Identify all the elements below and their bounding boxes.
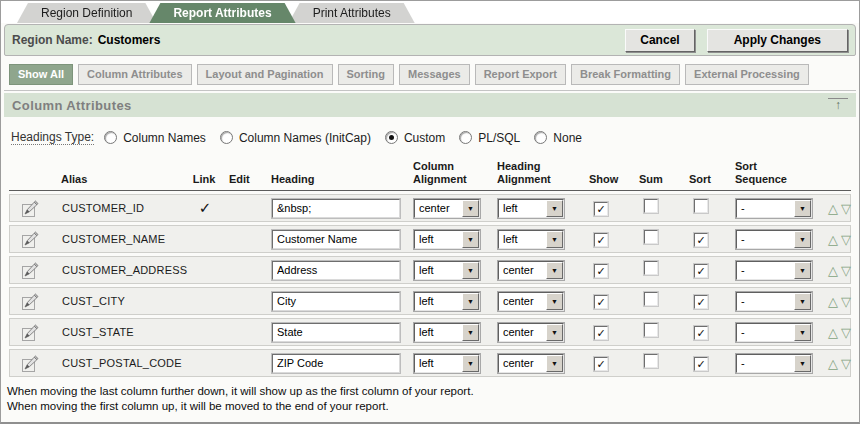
chevron-down-icon: ▼ (462, 231, 479, 248)
radio-button[interactable] (220, 131, 233, 144)
footer-note-line: When moving the first column up, it will… (7, 399, 859, 414)
radio-label: Column Names (123, 131, 206, 145)
chevron-down-icon: ▼ (546, 200, 563, 217)
column-alignment-select[interactable]: left▼ (414, 354, 480, 373)
show-checkbox[interactable]: ✓ (594, 202, 608, 216)
column-attributes-table: Alias Link Edit Heading Column Alignment… (9, 160, 851, 377)
header-edit: Edit (229, 173, 271, 186)
heading-alignment-select[interactable]: left▼ (498, 199, 564, 218)
move-up-icon[interactable]: △ (828, 233, 838, 246)
section-filter-button[interactable]: Sorting (338, 64, 395, 85)
sort-checkbox[interactable]: ✓ (694, 357, 708, 371)
show-checkbox[interactable]: ✓ (594, 357, 608, 371)
column-alias: CUSTOMER_ADDRESS (50, 264, 180, 276)
heading-input[interactable] (272, 199, 400, 218)
column-alignment-select[interactable]: left▼ (414, 230, 480, 249)
section-filter-button[interactable]: Report Export (475, 64, 566, 85)
sort-sequence-select[interactable]: -▼ (736, 323, 812, 342)
sort-checkbox[interactable]: ✓ (694, 264, 708, 278)
move-down-icon[interactable]: ▽ (841, 202, 851, 215)
column-alias: CUST_POSTAL_CODE (50, 357, 180, 369)
footer-notes: When moving the last column further down… (7, 384, 859, 414)
heading-alignment-select[interactable]: center▼ (498, 323, 564, 342)
sort-checkbox[interactable]: ✓ (694, 295, 708, 309)
sort-checkbox[interactable] (694, 199, 708, 213)
move-up-icon[interactable]: △ (828, 326, 838, 339)
move-down-icon[interactable]: ▽ (841, 264, 851, 277)
radio-button[interactable] (385, 131, 398, 144)
sum-checkbox[interactable] (644, 354, 658, 368)
sum-checkbox[interactable] (644, 199, 658, 213)
edit-column-icon[interactable] (21, 230, 40, 249)
show-checkbox[interactable]: ✓ (594, 326, 608, 340)
heading-input[interactable] (272, 230, 400, 249)
column-alignment-select[interactable]: center▼ (414, 199, 480, 218)
tab-report-attributes[interactable]: Report Attributes (149, 3, 295, 23)
chevron-down-icon: ▼ (794, 355, 811, 372)
move-up-icon[interactable]: △ (828, 357, 838, 370)
table-header-row: Alias Link Edit Heading Column Alignment… (9, 160, 851, 191)
move-down-icon[interactable]: ▽ (841, 233, 851, 246)
edit-column-icon[interactable] (21, 261, 40, 280)
sort-checkbox[interactable]: ✓ (694, 233, 708, 247)
sort-sequence-select[interactable]: -▼ (736, 292, 812, 311)
sort-sequence-select[interactable]: -▼ (736, 230, 812, 249)
sort-sequence-select[interactable]: -▼ (736, 199, 812, 218)
move-up-icon[interactable]: △ (828, 264, 838, 277)
heading-alignment-select[interactable]: center▼ (498, 354, 564, 373)
heading-input[interactable] (272, 261, 400, 280)
header-sort: Sort (689, 173, 735, 186)
chevron-down-icon: ▼ (462, 293, 479, 310)
move-down-icon[interactable]: ▽ (841, 326, 851, 339)
headings-type-label[interactable]: Headings Type: (11, 130, 94, 145)
table-row: CUSTOMER_NAME left▼ left▼ ✓ ✓ -▼ △ ▽ (9, 225, 851, 253)
sum-checkbox[interactable] (644, 230, 658, 244)
tab-print-attributes[interactable]: Print Attributes (289, 3, 415, 23)
sum-checkbox[interactable] (644, 323, 658, 337)
edit-column-icon[interactable] (21, 323, 40, 342)
heading-alignment-select[interactable]: center▼ (498, 261, 564, 280)
chevron-down-icon: ▼ (546, 293, 563, 310)
radio-button[interactable] (104, 131, 117, 144)
column-alignment-select[interactable]: left▼ (414, 292, 480, 311)
edit-column-icon[interactable] (21, 354, 40, 373)
edit-column-icon[interactable] (21, 199, 40, 218)
move-down-icon[interactable]: ▽ (841, 295, 851, 308)
heading-input[interactable] (272, 354, 400, 373)
cancel-button[interactable]: Cancel (625, 29, 694, 52)
show-all-button[interactable]: Show All (9, 64, 73, 85)
edit-column-icon[interactable] (21, 292, 40, 311)
section-filter-button[interactable]: Messages (399, 64, 470, 85)
show-checkbox[interactable]: ✓ (594, 295, 608, 309)
radio-button[interactable] (459, 131, 472, 144)
scroll-to-top-icon[interactable]: ↑ (828, 98, 848, 112)
show-checkbox[interactable]: ✓ (594, 233, 608, 247)
heading-alignment-select[interactable]: left▼ (498, 230, 564, 249)
tab-region-definition[interactable]: Region Definition (17, 3, 156, 23)
column-alignment-select[interactable]: left▼ (414, 261, 480, 280)
column-alignment-select[interactable]: left▼ (414, 323, 480, 342)
tab-bar: Region Definition Report Attributes Prin… (1, 1, 859, 23)
section-filter-button[interactable]: Layout and Pagination (197, 64, 333, 85)
apply-changes-button[interactable]: Apply Changes (707, 29, 848, 52)
chevron-down-icon: ▼ (794, 293, 811, 310)
sort-checkbox[interactable]: ✓ (694, 326, 708, 340)
section-filter-button[interactable]: External Processing (685, 64, 809, 85)
section-filter-button[interactable]: Column Attributes (78, 64, 192, 85)
heading-alignment-select[interactable]: center▼ (498, 292, 564, 311)
radio-button[interactable] (534, 131, 547, 144)
region-name-value: Customers (98, 33, 161, 47)
section-filter-button[interactable]: Break Formatting (571, 64, 680, 85)
sort-sequence-select[interactable]: -▼ (736, 354, 812, 373)
sum-checkbox[interactable] (644, 292, 658, 306)
sum-checkbox[interactable] (644, 261, 658, 275)
move-up-icon[interactable]: △ (828, 202, 838, 215)
radio-label: Column Names (InitCap) (239, 131, 371, 145)
move-up-icon[interactable]: △ (828, 295, 838, 308)
heading-input[interactable] (272, 292, 400, 311)
sort-sequence-select[interactable]: -▼ (736, 261, 812, 280)
column-attributes-section-header: Column Attributes ↑ (4, 93, 856, 117)
move-down-icon[interactable]: ▽ (841, 357, 851, 370)
heading-input[interactable] (272, 323, 400, 342)
show-checkbox[interactable]: ✓ (594, 264, 608, 278)
